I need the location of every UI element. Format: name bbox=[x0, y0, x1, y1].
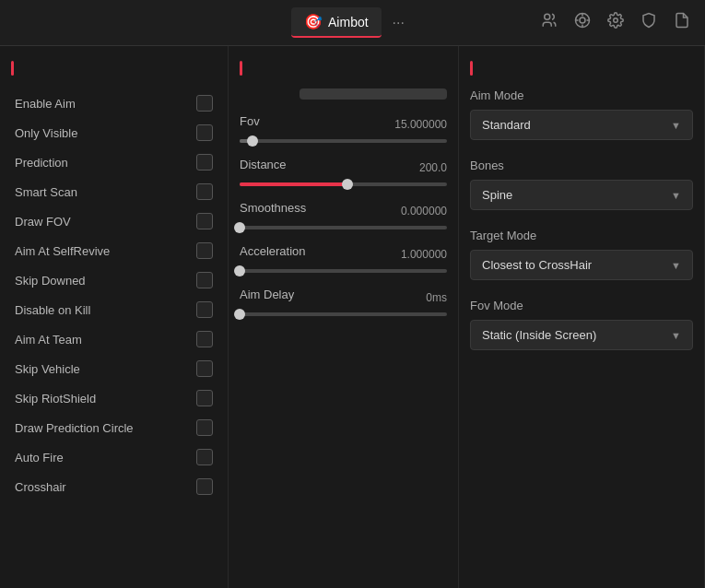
target_mode-dropdown-value: Closest to CrossHair bbox=[482, 258, 592, 272]
distance-fill bbox=[240, 182, 347, 186]
general-item-checkbox[interactable] bbox=[196, 419, 213, 436]
general-item-label: Aim At SelfRevive bbox=[15, 244, 110, 258]
general-item-checkbox[interactable] bbox=[196, 242, 213, 259]
general-item-checkbox[interactable] bbox=[196, 360, 213, 377]
settings-panel-title bbox=[240, 61, 447, 76]
general-item-label: Enable Aim bbox=[15, 97, 76, 111]
aimkey-block bbox=[240, 88, 447, 100]
general-item-crosshair[interactable]: Crosshair bbox=[11, 472, 217, 501]
svg-point-2 bbox=[580, 18, 585, 23]
settings-panel: Fov 15.000000 Distance 200.0 Smoothness … bbox=[229, 46, 459, 588]
general-item-label: Draw Prediction Circle bbox=[15, 421, 134, 435]
smoothness-block: Smoothness 0.000000 bbox=[240, 201, 447, 229]
general-item-aim-at-selfrevive[interactable]: Aim At SelfRevive bbox=[11, 236, 217, 265]
general-item-skip-riotshield[interactable]: Skip RiotShield bbox=[11, 383, 217, 413]
general-item-enable-aim[interactable]: Enable Aim bbox=[11, 88, 217, 118]
document-icon[interactable] bbox=[674, 12, 690, 33]
general-item-smart-scan[interactable]: Smart Scan bbox=[11, 177, 217, 206]
distance-label: Distance bbox=[240, 158, 287, 171]
general-item-draw-prediction-circle[interactable]: Draw Prediction Circle bbox=[11, 413, 217, 442]
acceleration-track[interactable] bbox=[240, 269, 447, 273]
title-bar-accent bbox=[11, 61, 14, 76]
aim_delay-label: Aim Delay bbox=[240, 288, 294, 301]
target_mode-dropdown[interactable]: Closest to CrossHair ▼ bbox=[470, 250, 693, 280]
general-item-label: Prediction bbox=[15, 156, 68, 170]
general-item-checkbox[interactable] bbox=[196, 272, 213, 288]
header-action-icons bbox=[541, 12, 690, 33]
general-item-label: Disable on Kill bbox=[15, 303, 90, 317]
distance-value: 200.0 bbox=[419, 161, 447, 174]
general-item-checkbox[interactable] bbox=[196, 183, 213, 200]
fov-thumb[interactable] bbox=[247, 135, 258, 147]
fov_mode-dropdown[interactable]: Static (Inside Screen) ▼ bbox=[470, 320, 693, 350]
general-item-label: Skip Downed bbox=[15, 274, 86, 288]
general-item-checkbox[interactable] bbox=[196, 154, 213, 171]
dropdowns-container: Aim Mode Standard ▼ Bones Spine ▼ Target… bbox=[470, 88, 693, 350]
settings-title-bar-accent bbox=[240, 61, 242, 76]
acceleration-thumb[interactable] bbox=[234, 265, 245, 276]
general-item-draw-fov[interactable]: Draw FOV bbox=[11, 206, 217, 236]
general-item-label: Skip RiotShield bbox=[15, 392, 96, 406]
general-item-checkbox[interactable] bbox=[196, 124, 213, 141]
aim_mode-block: Aim Mode Standard ▼ bbox=[470, 88, 693, 140]
tab-more[interactable]: ··· bbox=[385, 9, 412, 37]
aim_mode-label: Aim Mode bbox=[470, 88, 693, 102]
fov-track[interactable] bbox=[240, 139, 447, 143]
bones-label: Bones bbox=[470, 159, 693, 172]
users-icon[interactable] bbox=[541, 12, 558, 33]
main-content: Enable Aim Only Visible Prediction Smart… bbox=[0, 46, 705, 588]
general-items-list: Enable Aim Only Visible Prediction Smart… bbox=[11, 88, 217, 501]
general-item-only-visible[interactable]: Only Visible bbox=[11, 118, 217, 147]
general-item-skip-downed[interactable]: Skip Downed bbox=[11, 265, 217, 295]
bones-dropdown-arrow: ▼ bbox=[671, 190, 681, 201]
aim_delay-track[interactable] bbox=[240, 312, 447, 316]
general-item-prediction[interactable]: Prediction bbox=[11, 147, 217, 177]
general-item-checkbox[interactable] bbox=[196, 449, 213, 465]
bones-dropdown-value: Spine bbox=[482, 188, 512, 202]
distance-row: Distance 200.0 bbox=[240, 158, 447, 177]
target_mode-label: Target Mode bbox=[470, 229, 693, 242]
tab-aimbot[interactable]: 🎯 Aimbot bbox=[291, 7, 382, 38]
smoothness-value: 0.000000 bbox=[401, 205, 447, 218]
general-item-checkbox[interactable] bbox=[196, 390, 213, 406]
header: 🎯 Aimbot ··· bbox=[0, 0, 705, 46]
general-item-checkbox[interactable] bbox=[196, 213, 213, 229]
general-item-checkbox[interactable] bbox=[196, 478, 213, 495]
bones-block: Bones Spine ▼ bbox=[470, 159, 693, 210]
aimkey-button[interactable] bbox=[300, 88, 447, 100]
smoothness-thumb[interactable] bbox=[234, 222, 245, 233]
settings-icon[interactable] bbox=[607, 12, 624, 33]
fov_mode-block: Fov Mode Static (Inside Screen) ▼ bbox=[470, 299, 693, 350]
general-item-label: Skip Vehicle bbox=[15, 362, 80, 376]
general-item-disable-on-kill[interactable]: Disable on Kill bbox=[11, 295, 217, 324]
general-panel: Enable Aim Only Visible Prediction Smart… bbox=[0, 46, 229, 588]
acceleration-row: Acceleration 1.000000 bbox=[240, 244, 447, 264]
distance-block: Distance 200.0 bbox=[240, 158, 447, 186]
aimkey-row bbox=[240, 88, 447, 100]
aim_mode-dropdown[interactable]: Standard ▼ bbox=[470, 110, 693, 140]
shield-icon[interactable] bbox=[640, 12, 657, 33]
aimbot-icon: 🎯 bbox=[304, 13, 323, 30]
options-title-bar-accent bbox=[470, 61, 473, 76]
general-item-checkbox[interactable] bbox=[196, 331, 213, 347]
general-item-label: Aim At Team bbox=[15, 333, 82, 347]
target-icon[interactable] bbox=[574, 12, 591, 33]
general-item-aim-at-team[interactable]: Aim At Team bbox=[11, 324, 217, 354]
distance-track[interactable] bbox=[240, 182, 447, 186]
target_mode-block: Target Mode Closest to CrossHair ▼ bbox=[470, 229, 693, 280]
general-item-checkbox[interactable] bbox=[196, 301, 213, 318]
distance-thumb[interactable] bbox=[342, 179, 353, 190]
general-panel-title bbox=[11, 61, 217, 76]
general-item-label: Smart Scan bbox=[15, 185, 77, 199]
svg-point-0 bbox=[545, 14, 550, 19]
bones-dropdown[interactable]: Spine ▼ bbox=[470, 180, 693, 210]
fov-block: Fov 15.000000 bbox=[240, 114, 447, 143]
general-item-skip-vehicle[interactable]: Skip Vehicle bbox=[11, 354, 217, 383]
aim_delay-thumb[interactable] bbox=[234, 309, 245, 320]
options-panel-title bbox=[470, 61, 693, 76]
general-item-auto-fire[interactable]: Auto Fire bbox=[11, 442, 217, 472]
general-item-checkbox[interactable] bbox=[196, 95, 213, 112]
acceleration-label: Acceleration bbox=[240, 244, 306, 258]
fov_mode-label: Fov Mode bbox=[470, 299, 693, 312]
smoothness-track[interactable] bbox=[240, 226, 447, 229]
